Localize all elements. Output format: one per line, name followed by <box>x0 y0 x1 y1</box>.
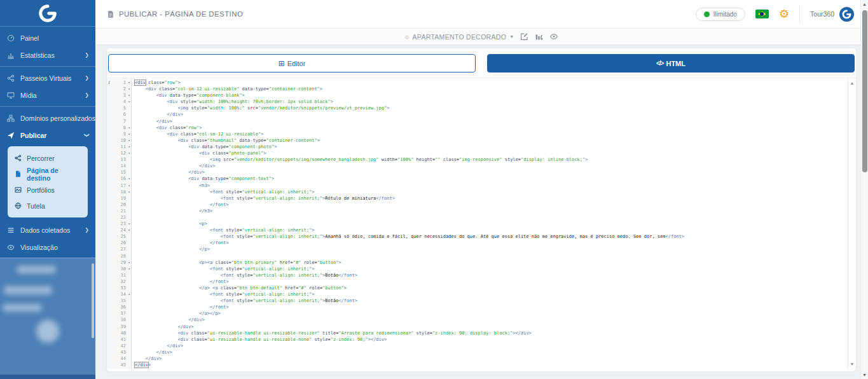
code-text[interactable]: <img style="width: 100%;" src="vendor/ke… <box>132 105 389 111</box>
edit-pencil-icon[interactable] <box>520 32 528 41</box>
code-line[interactable]: 42 </div> <box>107 343 847 349</box>
code-line[interactable]: 22 <box>107 214 847 221</box>
editor-tab-button[interactable]: ⊞ Editor <box>108 54 476 72</box>
sidebar-item-estatisticas[interactable]: Estatísticas ❯ <box>0 46 95 64</box>
submenu-item-tutela[interactable]: Tutela <box>8 198 88 214</box>
fold-arrow-icon[interactable]: ▾ <box>127 176 132 182</box>
code-text[interactable]: <div class="thumbnail" data-type="contai… <box>132 137 320 144</box>
code-text[interactable]: <font style="vertical-align: inherit;"> <box>132 189 314 195</box>
code-text[interactable]: </font> <box>132 202 229 208</box>
code-text[interactable]: </div> <box>132 163 215 169</box>
code-line[interactable]: 31 <font style="vertical-align: inherit;… <box>107 272 847 279</box>
code-text[interactable]: </div> <box>132 362 151 368</box>
code-line[interactable]: 44 </div> <box>107 355 847 362</box>
preview-eye-icon[interactable] <box>549 32 558 41</box>
brand-logo[interactable] <box>0 0 95 27</box>
code-line[interactable]: 36 </font> <box>107 304 847 310</box>
code-line[interactable]: 43 </div> <box>107 349 847 355</box>
code-line[interactable]: 39 </div> <box>107 324 847 330</box>
editor-scrollbar[interactable]: ▲ ▼ <box>848 79 856 368</box>
scroll-down-icon[interactable]: ▼ <box>861 373 868 377</box>
fold-arrow-icon[interactable]: ▾ <box>127 125 132 131</box>
code-line[interactable]: 10▾ <div class="thumbnail" data-type="co… <box>107 137 847 144</box>
code-text[interactable]: </div> <box>132 118 172 125</box>
code-line[interactable]: 41 <div class="ui-resizable-handle ui-re… <box>107 336 847 343</box>
code-line[interactable]: 35 <font style="vertical-align: inherit;… <box>107 298 847 304</box>
code-line[interactable]: 23▾ <p> <box>107 221 847 227</box>
code-text[interactable]: </a> <a class="btn btn-default" href="#"… <box>132 285 347 291</box>
code-text[interactable]: </div> <box>132 111 183 118</box>
fold-arrow-icon[interactable]: ▾ <box>127 227 132 233</box>
code-line[interactable]: 33 </a> <a class="btn btn-default" href=… <box>107 285 847 291</box>
code-line[interactable]: 34▾ <font style="vertical-align: inherit… <box>107 291 847 298</box>
code-line[interactable]: 28 <box>107 253 847 259</box>
code-line[interactable]: 7 </div> <box>107 118 847 125</box>
code-line[interactable]: 26 </font> <box>107 240 847 246</box>
code-text[interactable]: </div> <box>132 355 162 362</box>
code-line[interactable]: 29▾ <p><a class="btn btn-primary" href="… <box>107 259 847 266</box>
code-text[interactable]: </font> <box>132 240 229 246</box>
code-text[interactable]: <img src="vendor/keditor/snippets/img/so… <box>132 156 588 163</box>
sidebar-scrollbar[interactable] <box>92 263 94 338</box>
code-text[interactable]: <div class="ui-resizable-handle ui-resiz… <box>132 336 387 343</box>
sidebar-item-dominios-personalizados[interactable]: Domínios personalizados <box>0 109 95 127</box>
brazil-flag-icon[interactable] <box>755 10 769 18</box>
sidebar-item-passeios-virtuais[interactable]: Passeios Virtuais ❯ <box>0 69 95 86</box>
fold-arrow-icon[interactable]: ▾ <box>127 266 132 272</box>
submenu-item-portfolios[interactable]: Portfólios <box>8 182 88 198</box>
code-line[interactable]: 14 </div> <box>107 163 847 169</box>
code-text[interactable]: <font style="vertical-align: inherit;">A… <box>132 233 684 240</box>
sidebar-item-dados-coletados[interactable]: Dados coletados ❯ <box>0 221 95 238</box>
code-text[interactable]: </font> <box>132 279 229 285</box>
design-icon[interactable] <box>535 32 543 41</box>
code-line[interactable]: 20 </font> <box>107 202 847 208</box>
code-line[interactable]: 18▾ <font style="vertical-align: inherit… <box>107 189 847 195</box>
code-line[interactable]: 37 </a></p> <box>107 310 847 317</box>
code-text[interactable]: <div data-type="component-text"> <box>132 176 274 182</box>
code-line[interactable]: 2▾ <div class="col-sm-12 ui-resizable" d… <box>107 86 847 92</box>
code-text[interactable]: </div> <box>132 324 194 330</box>
sidebar-item-publicar[interactable]: Publicar ❯ <box>0 127 95 144</box>
code-line[interactable]: 13 <img src="vendor/keditor/snippets/img… <box>107 156 847 163</box>
code-text[interactable]: <font style="vertical-align: inherit;"> <box>132 227 314 233</box>
fold-arrow-icon[interactable]: ▾ <box>127 259 132 266</box>
code-line[interactable]: 12▾ <div class="photo-panel"> <box>107 150 847 156</box>
code-line[interactable]: 6 </div> <box>107 111 847 118</box>
code-text[interactable]: <div class="row"> <box>132 79 181 86</box>
code-text[interactable]: <font style="vertical-align: inherit;">R… <box>132 195 395 202</box>
code-text[interactable]: </div> <box>132 349 172 355</box>
code-text[interactable]: <p> <box>132 221 207 227</box>
code-line[interactable]: 17▾ <h3> <box>107 183 847 189</box>
account-menu[interactable]: Tour360 <box>810 7 854 22</box>
code-text[interactable]: </a></p> <box>132 310 221 317</box>
redacted-menu-item[interactable] <box>4 286 52 294</box>
code-text[interactable]: <h3> <box>132 183 210 189</box>
code-line[interactable]: i1▾<div class="row"> <box>107 79 847 86</box>
scroll-up-icon[interactable]: ▲ <box>861 2 868 6</box>
code-line[interactable]: 45</div> <box>107 362 847 368</box>
code-text[interactable]: </div> <box>132 169 205 176</box>
code-text[interactable]: <font style="vertical-align: inherit;">B… <box>132 298 357 304</box>
code-text[interactable]: <font style="vertical-align: inherit;"> <box>132 266 314 272</box>
code-line[interactable]: 9▾ <div class="col-sm-12 ui-resizable"> <box>107 131 847 137</box>
submenu-item-pagina-de-destino[interactable]: Página de destino <box>8 166 88 182</box>
code-text[interactable]: </h3> <box>132 208 212 214</box>
sidebar-item-midia[interactable]: Mídia ❯ <box>0 86 95 104</box>
code-text[interactable]: <div class="photo-panel"> <box>132 150 266 156</box>
code-line[interactable]: 25 <font style="vertical-align: inherit;… <box>107 233 847 240</box>
code-line[interactable]: 24▾ <font style="vertical-align: inherit… <box>107 227 847 233</box>
code-line[interactable]: 11▾ <div data-type="component-photo"> <box>107 144 847 150</box>
avatar[interactable] <box>36 320 59 343</box>
submenu-item-percorrer[interactable]: Percorrer <box>8 150 88 166</box>
code-text[interactable] <box>132 214 135 221</box>
code-line[interactable]: 21 </h3> <box>107 208 847 214</box>
code-line[interactable]: 15 </div> <box>107 169 847 176</box>
code-line[interactable]: 19 <font style="vertical-align: inherit;… <box>107 195 847 202</box>
redacted-menu-item[interactable] <box>17 266 56 273</box>
fold-arrow-icon[interactable]: ▾ <box>127 189 132 195</box>
code-text[interactable]: </p> <box>132 246 210 252</box>
code-text[interactable]: <p><a class="btn btn-primary" href="#" r… <box>132 259 341 266</box>
code-text[interactable]: <font style="vertical-align: inherit;"> <box>132 291 314 298</box>
code-line[interactable]: 30▾ <font style="vertical-align: inherit… <box>107 266 847 272</box>
code-line[interactable]: 16▾ <div data-type="component-text"> <box>107 176 847 182</box>
